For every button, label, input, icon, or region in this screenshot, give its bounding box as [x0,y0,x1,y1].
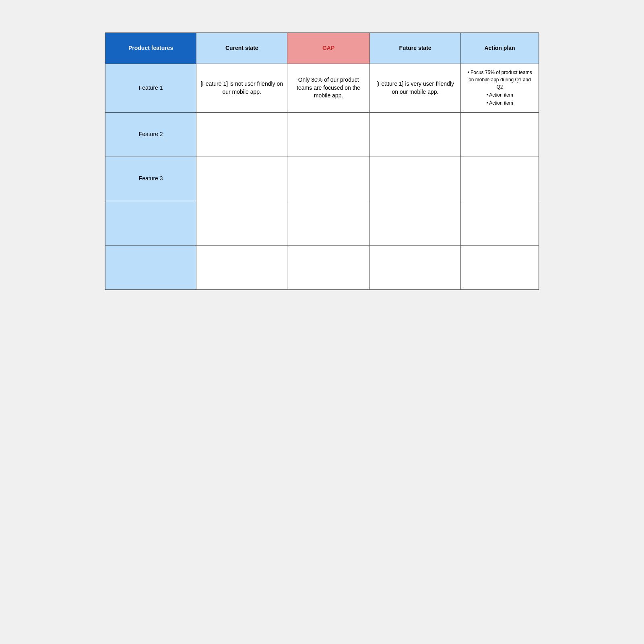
table-row [105,201,539,245]
future-state-cell: [Feature 1] is very user-friendly on our… [369,64,460,112]
gap-cell [287,112,370,157]
gap-cell [287,245,370,289]
table-row [105,245,539,289]
future-state-cell [369,157,460,201]
gap-analysis-table: Product features Curent state GAP Future… [105,33,539,290]
table-row: Feature 2 [105,112,539,157]
table-row: Feature 1[Feature 1] is not user friendl… [105,64,539,112]
action-plan-cell [461,201,539,245]
action-plan-cell: Focus 75% of product teams on mobile app… [461,64,539,112]
feature-cell [105,245,196,289]
header-current-state: Curent state [196,33,287,64]
table-row: Feature 3 [105,157,539,201]
gap-cell [287,201,370,245]
current-state-cell [196,201,287,245]
action-plan-cell [461,245,539,289]
gap-cell: Only 30% of our product teams are focuse… [287,64,370,112]
header-future-state: Future state [369,33,460,64]
future-state-cell [369,245,460,289]
current-state-cell: [Feature 1] is not user friendly on our … [196,64,287,112]
gap-cell [287,157,370,201]
feature-cell [105,201,196,245]
header-product-features: Product features [105,33,196,64]
current-state-cell [196,112,287,157]
action-plan-item: Action item [465,99,535,107]
feature-cell: Feature 2 [105,112,196,157]
action-plan-item: Focus 75% of product teams on mobile app… [465,69,535,91]
feature-cell: Feature 1 [105,64,196,112]
header-gap: GAP [287,33,370,64]
current-state-cell [196,245,287,289]
feature-cell: Feature 3 [105,157,196,201]
action-plan-item: Action item [465,91,535,99]
action-plan-cell [461,112,539,157]
future-state-cell [369,112,460,157]
header-action-plan: Action plan [461,33,539,64]
table-header-row: Product features Curent state GAP Future… [105,33,539,64]
page-wrapper: Product features Curent state GAP Future… [105,32,539,290]
current-state-cell [196,157,287,201]
action-plan-cell [461,157,539,201]
future-state-cell [369,201,460,245]
